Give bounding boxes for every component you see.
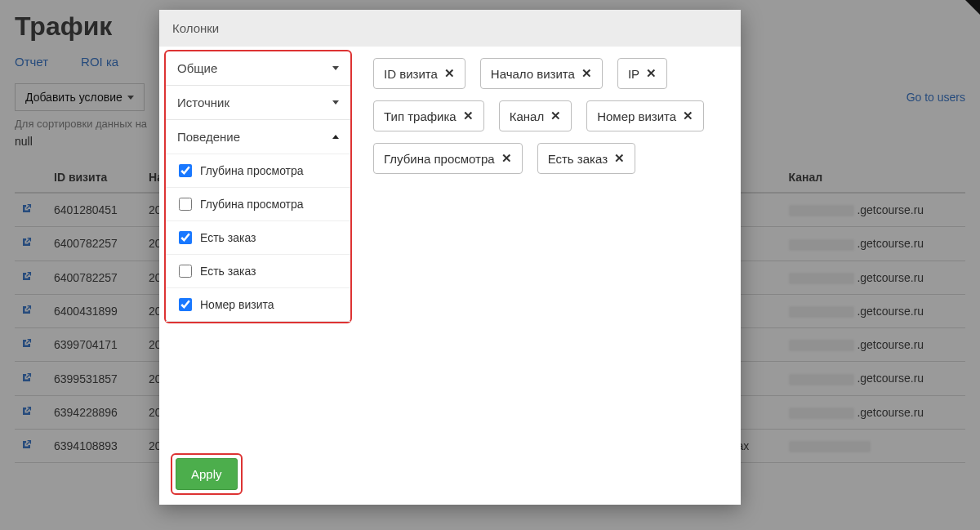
checkbox[interactable] (179, 265, 192, 278)
chip-label: Есть заказ (548, 152, 608, 166)
check-label: Есть заказ (200, 265, 256, 278)
chip-label: ID визита (384, 67, 438, 81)
column-chip[interactable]: Глубина просмотра✕ (373, 143, 523, 174)
close-icon[interactable]: ✕ (581, 66, 592, 81)
accordion-2[interactable]: Поведение (166, 120, 350, 154)
column-groups: ОбщиеИсточникПоведениеГлубина просмотраГ… (164, 50, 352, 323)
close-icon[interactable]: ✕ (501, 151, 512, 166)
apply-button[interactable]: Apply (176, 458, 238, 490)
column-chip[interactable]: Тип трафика✕ (373, 100, 484, 131)
chevron-up-icon (332, 135, 339, 139)
column-chip[interactable]: IP✕ (617, 58, 667, 89)
check-label: Глубина просмотра (200, 198, 304, 211)
chip-label: Канал (510, 109, 544, 123)
checkbox[interactable] (179, 298, 192, 311)
chip-label: Глубина просмотра (384, 152, 495, 166)
close-icon[interactable]: ✕ (550, 109, 561, 123)
chip-label: Номер визита (597, 109, 676, 123)
chevron-down-icon (332, 66, 339, 70)
modal-title: Колонки (159, 10, 741, 47)
close-icon[interactable]: ✕ (683, 109, 693, 123)
accordion-0[interactable]: Общие (166, 51, 350, 85)
close-icon[interactable]: ✕ (614, 151, 625, 166)
column-chip[interactable]: Номер визита✕ (586, 100, 704, 131)
check-item[interactable]: Глубина просмотра (166, 187, 350, 220)
check-item[interactable]: Есть заказ (166, 220, 350, 254)
chip-label: IP (628, 67, 639, 81)
check-item[interactable]: Глубина просмотра (166, 154, 350, 187)
close-icon[interactable]: ✕ (646, 66, 657, 81)
column-chip[interactable]: Канал✕ (499, 100, 572, 131)
chip-label: Тип трафика (384, 109, 457, 123)
corner-decoration (965, 0, 980, 15)
checkbox[interactable] (179, 198, 192, 211)
chevron-down-icon (332, 100, 339, 105)
column-chip[interactable]: Начало визита✕ (480, 58, 603, 89)
chip-label: Начало визита (491, 67, 575, 81)
selected-columns: ID визита✕Начало визита✕IP✕Тип трафика✕К… (373, 58, 733, 174)
columns-modal: Колонки ОбщиеИсточникПоведениеГлубина пр… (159, 10, 741, 505)
checkbox[interactable] (179, 231, 192, 244)
accordion-1[interactable]: Источник (166, 86, 350, 119)
checkbox[interactable] (179, 164, 192, 177)
check-item[interactable]: Есть заказ (166, 254, 350, 287)
check-label: Глубина просмотра (200, 164, 304, 177)
close-icon[interactable]: ✕ (463, 109, 474, 123)
check-label: Номер визита (200, 298, 274, 311)
check-label: Есть заказ (200, 231, 256, 244)
column-chip[interactable]: Есть заказ✕ (537, 143, 635, 174)
column-chip[interactable]: ID визита✕ (373, 58, 466, 89)
close-icon[interactable]: ✕ (444, 66, 455, 81)
check-item[interactable]: Номер визита (166, 287, 350, 321)
